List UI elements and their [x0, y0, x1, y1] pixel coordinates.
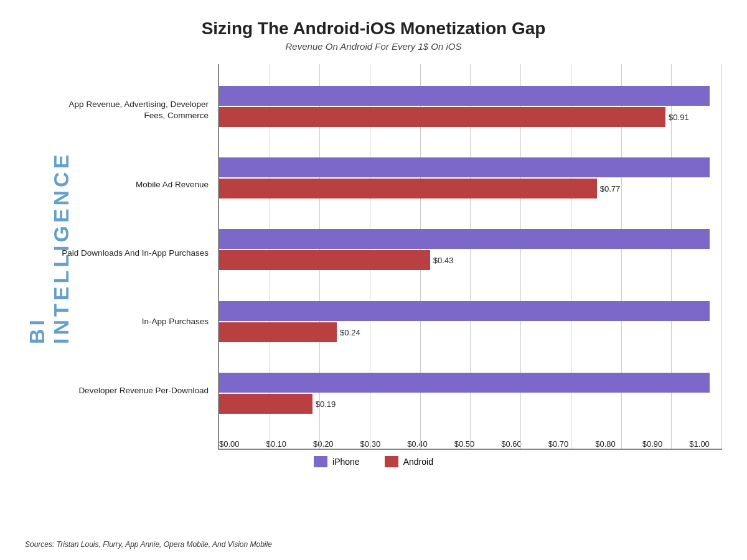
x-axis-label-8: $0.80	[595, 439, 616, 449]
x-axis-label-1: $0.10	[266, 439, 287, 449]
android-bar-1: $0.77	[219, 179, 597, 198]
iphone-bar-4	[219, 373, 710, 393]
x-axis-label-3: $0.30	[360, 439, 381, 449]
iphone-bar-row-4	[219, 373, 710, 393]
bars-inner: $0.91$0.77$0.43$0.24$0.19	[219, 64, 722, 436]
iphone-bar-3	[219, 301, 710, 321]
iphone-bar-row-0	[219, 86, 710, 106]
y-label-3: In-App Purchases	[56, 316, 209, 327]
iphone-legend-color	[314, 456, 327, 467]
android-value-label-4: $0.19	[316, 399, 342, 409]
legend-android: Android	[385, 456, 433, 467]
y-label-4: Developer Revenue Per-Download	[56, 385, 209, 396]
x-axis-label-7: $0.70	[548, 439, 569, 449]
iphone-bar-row-1	[219, 157, 710, 177]
x-axis-label-10: $1.00	[689, 439, 710, 449]
bar-group-2: $0.43	[219, 229, 710, 270]
chart-title: Sizing The Android-iOS Monetization Gap	[25, 19, 722, 39]
chart-container: Sizing The Android-iOS Monetization Gap …	[0, 0, 747, 560]
android-bar-3: $0.24	[219, 322, 337, 342]
bar-group-1: $0.77	[219, 157, 710, 198]
iphone-bar-2	[219, 229, 710, 249]
x-axis-label-9: $0.90	[642, 439, 663, 449]
android-bar-2: $0.43	[219, 250, 430, 270]
y-label-2: Paid Downloads And In-App Purchases	[56, 248, 209, 259]
android-bar-row-2: $0.43	[219, 250, 710, 270]
bar-group-3: $0.24	[219, 301, 710, 342]
android-legend-color	[385, 456, 398, 467]
bar-group-0: $0.91	[219, 86, 710, 127]
x-axis-label-4: $0.40	[407, 439, 428, 449]
iphone-bar-1	[219, 157, 710, 177]
android-bar-4: $0.19	[219, 394, 312, 414]
iphone-bar-row-3	[219, 301, 710, 321]
chart-subtitle: Revenue On Android For Every 1$ On iOS	[25, 41, 722, 52]
android-value-label-1: $0.77	[600, 184, 627, 194]
x-axis-labels: $0.00$0.10$0.20$0.30$0.40$0.50$0.60$0.70…	[219, 436, 722, 449]
android-bar-0: $0.91	[219, 107, 665, 127]
x-axis-label-6: $0.60	[501, 439, 522, 449]
y-labels: App Revenue, Advertising, Developer Fees…	[56, 64, 218, 450]
x-axis-label-0: $0.00	[219, 439, 240, 449]
android-value-label-2: $0.43	[433, 256, 460, 265]
android-value-label-3: $0.24	[340, 327, 367, 337]
sources-text: Sources: Tristan Louis, Flurry, App Anni…	[25, 540, 272, 549]
legend: iPhone Android	[25, 456, 722, 467]
bar-group-4: $0.19	[219, 373, 710, 414]
x-axis-label-2: $0.20	[313, 439, 334, 449]
android-bar-row-0: $0.91	[219, 107, 710, 127]
iphone-bar-row-2	[219, 229, 710, 249]
android-value-label-0: $0.91	[669, 112, 695, 121]
android-legend-label: Android	[403, 457, 433, 467]
legend-iphone: iPhone	[314, 456, 360, 467]
android-bar-row-3: $0.24	[219, 322, 710, 342]
iphone-bar-0	[219, 86, 710, 106]
bi-watermark: BI INTELLIGENCE	[25, 133, 73, 344]
android-bar-row-1: $0.77	[219, 179, 710, 198]
y-label-1: Mobile Ad Revenue	[56, 179, 209, 190]
y-label-0: App Revenue, Advertising, Developer Fees…	[56, 99, 209, 121]
android-bar-row-4: $0.19	[219, 394, 710, 414]
bars-section: $0.91$0.77$0.43$0.24$0.19 $0.00$0.10$0.2…	[218, 64, 722, 450]
chart-area: BI INTELLIGENCE App Revenue, Advertising…	[25, 64, 722, 450]
x-axis-label-5: $0.50	[454, 439, 475, 449]
iphone-legend-label: iPhone	[332, 457, 360, 467]
